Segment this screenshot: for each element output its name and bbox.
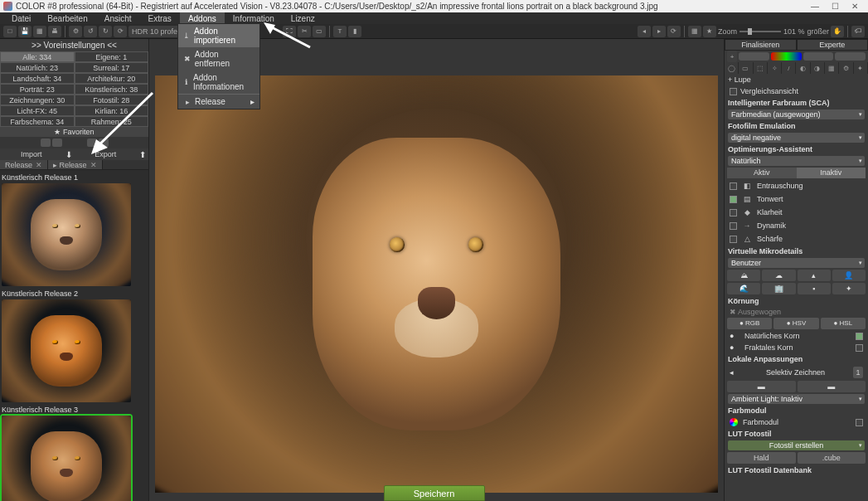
sca-combo[interactable]: Farbmedian (ausgewogen) <box>728 109 865 119</box>
menu-extras[interactable]: Extras <box>140 12 180 24</box>
addon-menu-addon-importieren[interactable]: ⤓Addon importieren <box>178 24 259 47</box>
filter-cell[interactable]: Licht-FX: 45 <box>0 105 75 116</box>
layer-btn-2[interactable]: ▬ <box>798 381 866 392</box>
tab-expert[interactable]: Experte <box>797 39 869 51</box>
opt-check[interactable] <box>730 209 737 216</box>
opt-row-tonwert[interactable]: ▤Tonwert <box>725 192 868 206</box>
filter-cell[interactable]: Porträt: 23 <box>0 84 75 95</box>
toolbar-batch-button[interactable]: ▦ <box>33 26 46 37</box>
preset-tab-1[interactable]: ▸ Release ✕ <box>48 160 103 169</box>
toolbar-grid-icon[interactable]: ▦ <box>688 26 701 37</box>
toolbar-next-button[interactable]: ▸ <box>652 26 666 37</box>
window-maximize-button[interactable]: ☐ <box>825 1 845 12</box>
right-tool-5[interactable]: ◐ <box>796 62 810 74</box>
right-tool-1[interactable]: ▭ <box>739 62 753 74</box>
opt-row-dynamik[interactable]: →Dynamik <box>725 219 868 232</box>
export-icon[interactable]: ⬆ <box>137 150 148 159</box>
lut-hald-button[interactable]: Hald <box>727 452 796 464</box>
filter-cell[interactable]: Kirlian: 16 <box>75 105 149 116</box>
save-button[interactable]: Speichern <box>384 485 485 501</box>
toolbar-tag-icon[interactable]: 🏷 <box>851 26 865 37</box>
right-tool-6[interactable]: ◑ <box>811 62 825 74</box>
preset-thumb[interactable] <box>2 299 131 402</box>
colorspace-rgb[interactable]: RGB <box>727 318 772 329</box>
korn-fraktales-korn[interactable]: ●Fraktales Korn <box>725 342 868 353</box>
menu-datei[interactable]: Datei <box>3 12 39 24</box>
preset-list[interactable]: Künstlerisch Release 1Künstlerisch Relea… <box>0 170 148 501</box>
toolbar-undo-button[interactable]: ↺ <box>84 26 97 37</box>
selektiv-label[interactable]: Selektiv Zeichnen <box>741 368 850 377</box>
toolbar-print-button[interactable]: 🖶 <box>48 26 61 37</box>
right-tool-2[interactable]: ⬚ <box>754 62 768 74</box>
filter-cell[interactable]: Farbschema: 34 <box>0 116 75 127</box>
preset-tab-0[interactable]: Release ✕ <box>0 160 48 169</box>
tab-finalize[interactable]: Finalisieren <box>725 39 797 51</box>
favorites-header[interactable]: ★ Favoriten <box>0 127 148 137</box>
preset-item[interactable]: Künstlerisch Release 3 <box>2 404 147 501</box>
import-icon[interactable]: ⬇ <box>63 150 75 159</box>
menu-ansicht[interactable]: Ansicht <box>96 12 140 24</box>
toolbar-refresh-button[interactable]: ⟳ <box>667 26 681 37</box>
farbmodul-item[interactable]: Farbmodul <box>743 418 778 426</box>
window-close-button[interactable]: ✕ <box>845 1 865 12</box>
toolbar-fit-button[interactable]: ⛶ <box>283 26 296 37</box>
farbmodul-chk[interactable] <box>856 419 863 426</box>
vergleich-checkbox[interactable] <box>730 88 737 95</box>
preset-item[interactable]: Künstlerisch Release 1 <box>2 172 147 286</box>
preset-thumb[interactable] <box>2 183 131 286</box>
toolbar-star-icon[interactable]: ★ <box>703 26 716 37</box>
filter-cell[interactable]: Alle: 334 <box>0 51 75 62</box>
toolbar-redo-button[interactable]: ↻ <box>99 26 112 37</box>
filter-cell[interactable]: Rahmen: 25 <box>75 116 149 127</box>
menu-information[interactable]: Information <box>225 12 283 24</box>
preset-thumb[interactable] <box>2 416 131 501</box>
opt-check[interactable] <box>730 182 737 190</box>
layer-btn-1[interactable]: ▬ <box>727 381 796 392</box>
addon-menu-release[interactable]: ▸Release▸ <box>178 94 259 109</box>
opt-check[interactable] <box>730 196 737 203</box>
vm-combo[interactable]: Benutzer <box>728 258 865 268</box>
filter-cell[interactable]: Künstlerisch: 38 <box>75 84 149 95</box>
right-tool-3[interactable]: ✧ <box>768 62 782 74</box>
menu-lizenz[interactable]: Lizenz <box>283 12 323 24</box>
window-minimize-button[interactable]: — <box>805 1 825 12</box>
split-inactive[interactable]: Inaktiv <box>797 168 866 178</box>
opt-combo[interactable]: Natürlich <box>728 156 865 166</box>
opt-row-schärfe[interactable]: △Schärfe <box>725 232 868 246</box>
filter-cell[interactable]: Zeichnungen: 30 <box>0 95 75 105</box>
right-tool-4[interactable]: / <box>782 62 796 74</box>
opt-row-klarheit[interactable]: ◆Klarheit <box>725 206 868 219</box>
addon-menu-addon-informationen[interactable]: ℹAddon Informationen <box>178 71 259 94</box>
toolbar-prev-button[interactable]: ◂ <box>638 26 651 37</box>
colorspace-hsl[interactable]: HSL <box>821 318 866 329</box>
menu-bearbeiten[interactable]: Bearbeiten <box>39 12 95 24</box>
pill-1[interactable] <box>739 52 769 61</box>
toolbar-save-button[interactable]: 💾 <box>18 26 32 37</box>
pill-4[interactable] <box>835 52 866 61</box>
toolbar-settings-button[interactable]: ⚙ <box>69 26 82 37</box>
toolbar-new-button[interactable]: □ <box>3 26 17 37</box>
filter-cell[interactable]: Fotostil: 28 <box>75 95 149 105</box>
preset-item[interactable]: Künstlerisch Release 2 <box>2 288 147 402</box>
import-button[interactable]: Import <box>0 150 63 158</box>
right-tool-7[interactable]: ▦ <box>825 62 839 74</box>
toolbar-hand-icon[interactable]: ✋ <box>831 26 844 37</box>
addon-menu-addon-entfernen[interactable]: ✖Addon entfernen <box>178 47 259 71</box>
zoom-control[interactable]: Zoom 101 % größer <box>718 27 829 36</box>
filter-cell[interactable]: Surreal: 17 <box>75 62 149 73</box>
filter-cell[interactable]: Landschaft: 34 <box>0 73 75 84</box>
lupe-head[interactable]: + Lupe <box>725 74 868 85</box>
toolbar-text-button[interactable]: T <box>333 26 347 37</box>
korn-natürliches-korn[interactable]: ●Natürliches Korn <box>725 330 868 342</box>
lut-cube-button[interactable]: .cube <box>798 452 866 464</box>
right-tool-8[interactable]: ⚙ <box>839 62 853 74</box>
opt-row-entrauschung[interactable]: ◧Entrauschung <box>725 179 868 192</box>
ambient-combo[interactable]: Ambient Light: Inaktiv <box>728 394 865 404</box>
menu-addons[interactable]: Addons <box>180 12 225 24</box>
filter-cell[interactable]: Eigene: 1 <box>75 51 149 62</box>
right-tool-0[interactable]: ◯ <box>725 62 739 74</box>
addons-dropdown[interactable]: ⤓Addon importieren✖Addon entfernenℹAddon… <box>177 23 260 109</box>
split-active[interactable]: Aktiv <box>727 168 797 178</box>
toolbar-hist-button[interactable]: ▮ <box>348 26 361 37</box>
opt-check[interactable] <box>730 222 737 230</box>
